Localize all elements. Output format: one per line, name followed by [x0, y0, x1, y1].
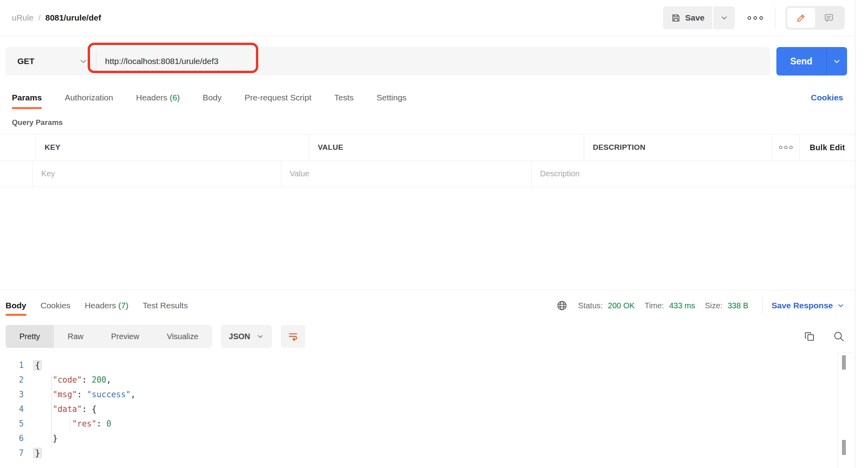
topbar-actions: Save: [663, 6, 845, 30]
format-select[interactable]: JSON: [221, 325, 272, 348]
time-value: 433 ms: [669, 301, 695, 310]
code-line: 5 "res": 0: [0, 417, 855, 431]
request-pane-spacer: [0, 187, 855, 290]
save-button[interactable]: Save: [663, 6, 712, 29]
save-response-button[interactable]: Save Response: [772, 301, 845, 310]
code-line: 3 "msg": "success",: [0, 387, 855, 402]
search-icon[interactable]: [833, 330, 845, 342]
tab-count-badge: (7): [116, 301, 129, 310]
line-number: 1: [0, 358, 33, 373]
line-number: 7: [0, 446, 33, 460]
wrap-text-button[interactable]: [281, 325, 305, 348]
breadcrumb: uRule / 8081/urule/def: [12, 13, 101, 23]
tab-params[interactable]: Params: [12, 93, 42, 102]
line-number: 3: [0, 387, 33, 402]
key-column-header: KEY: [36, 134, 309, 160]
globe-icon[interactable]: [556, 300, 567, 311]
url-input[interactable]: http://localhost:8081/urule/def3: [96, 57, 218, 66]
response-tab-test-results[interactable]: Test Results: [143, 301, 188, 310]
method-label: GET: [17, 57, 34, 66]
save-icon: [671, 13, 681, 23]
breadcrumb-request-name[interactable]: 8081/urule/def: [45, 13, 101, 23]
topbar-divider: [775, 6, 775, 29]
size-label: Size:: [705, 301, 722, 310]
save-response-label: Save Response: [772, 301, 833, 310]
collapsed-sidebar-strip: [855, 0, 868, 468]
response-tab-cookies[interactable]: Cookies: [41, 301, 71, 310]
view-tab-raw[interactable]: Raw: [54, 325, 97, 348]
code-line: 7}: [0, 446, 855, 460]
more-options-icon: [748, 16, 751, 20]
response-body-editor[interactable]: 1{2 "code": 200,3 "msg": "success",4 "da…: [0, 353, 855, 468]
tab-settings[interactable]: Settings: [376, 93, 406, 102]
code-line: 2 "code": 200,: [0, 373, 855, 387]
line-number: 4: [0, 402, 33, 417]
chevron-down-icon: [832, 57, 841, 66]
send-dropdown-button[interactable]: [826, 47, 847, 75]
cookies-link[interactable]: Cookies: [811, 93, 843, 102]
response-view-controls: PrettyRawPreviewVisualize JSON: [0, 321, 855, 353]
response-tabs: BodyCookiesHeaders (7)Test Results: [6, 301, 188, 310]
query-params-title: Query Params: [12, 118, 855, 127]
tab-authorization[interactable]: Authorization: [65, 93, 113, 102]
code-line: 4 "data": {: [0, 402, 855, 417]
table-header-row: KEY VALUE DESCRIPTION Bulk Edit: [0, 134, 855, 161]
tab-headers[interactable]: Headers (6): [136, 93, 180, 102]
view-tab-pretty[interactable]: Pretty: [6, 325, 54, 348]
bulk-edit-cell: Bulk Edit: [799, 134, 855, 160]
scrollbar-thumb[interactable]: [842, 355, 846, 370]
chevron-down-icon: [837, 302, 845, 309]
edit-mode-button[interactable]: [787, 8, 815, 28]
scrollbar-thumb[interactable]: [842, 440, 846, 455]
breadcrumb-separator: /: [38, 13, 41, 23]
line-number: 6: [0, 431, 33, 446]
response-tab-headers[interactable]: Headers (7): [85, 301, 128, 310]
code-line: 1{: [0, 358, 855, 373]
table-row: Key Value Description: [0, 161, 855, 187]
save-label: Save: [685, 13, 705, 23]
line-number: 5: [0, 417, 33, 431]
request-tabs-row: ParamsAuthorizationHeaders (6)BodyPre-re…: [0, 82, 855, 113]
code-line: 6 }: [0, 431, 855, 446]
chevron-down-icon: [256, 332, 264, 340]
chevron-down-icon: [720, 13, 729, 22]
method-url-container: GET http://localhost:8081/urule/def3: [6, 47, 770, 75]
wrap-text-icon: [287, 331, 299, 342]
scrollbar-track[interactable]: [838, 353, 855, 468]
view-tab-visualize[interactable]: Visualize: [153, 325, 212, 348]
column-options-button[interactable]: [772, 134, 799, 160]
view-tab-preview[interactable]: Preview: [97, 325, 153, 348]
description-input[interactable]: Description: [540, 169, 580, 178]
bulk-edit-button[interactable]: Bulk Edit: [810, 143, 845, 152]
edit-comment-toggle: [785, 6, 845, 30]
response-pane: BodyCookiesHeaders (7)Test Results Statu…: [0, 290, 855, 468]
value-input[interactable]: Value: [290, 169, 310, 178]
status-value: 200 OK: [608, 301, 635, 310]
tab-tests[interactable]: Tests: [334, 93, 353, 102]
key-input[interactable]: Key: [41, 169, 55, 178]
copy-icon[interactable]: [804, 330, 815, 342]
request-bar: GET http://localhost:8081/urule/def3 Sen…: [6, 47, 847, 75]
response-meta: Status: 200 OK Time: 433 ms Size: 338 B …: [556, 297, 845, 314]
response-header-row: BodyCookiesHeaders (7)Test Results Statu…: [0, 290, 855, 321]
response-tab-body[interactable]: Body: [6, 301, 26, 310]
tab-pre-request-script[interactable]: Pre-request Script: [244, 93, 311, 102]
fold-marker[interactable]: }: [33, 448, 42, 458]
save-dropdown-button[interactable]: [714, 6, 735, 29]
view-mode-segmented-control: PrettyRawPreviewVisualize: [6, 325, 212, 348]
comment-icon: [824, 13, 834, 23]
fold-marker[interactable]: {: [33, 360, 42, 370]
method-select[interactable]: GET: [6, 57, 96, 66]
request-tabs: ParamsAuthorizationHeaders (6)BodyPre-re…: [12, 93, 406, 102]
send-button-group: Send: [776, 47, 847, 75]
send-button[interactable]: Send: [776, 47, 826, 75]
breadcrumb-collection[interactable]: uRule: [12, 13, 34, 23]
indent-guide: [51, 376, 52, 447]
meta-divider: [762, 297, 763, 314]
comments-button[interactable]: [815, 8, 843, 28]
tab-body[interactable]: Body: [203, 93, 222, 102]
more-options-button[interactable]: [748, 6, 763, 29]
tab-count-badge: (6): [167, 93, 180, 102]
query-params-table: KEY VALUE DESCRIPTION Bulk Edit Key Valu…: [0, 134, 855, 187]
line-number: 2: [0, 373, 33, 387]
